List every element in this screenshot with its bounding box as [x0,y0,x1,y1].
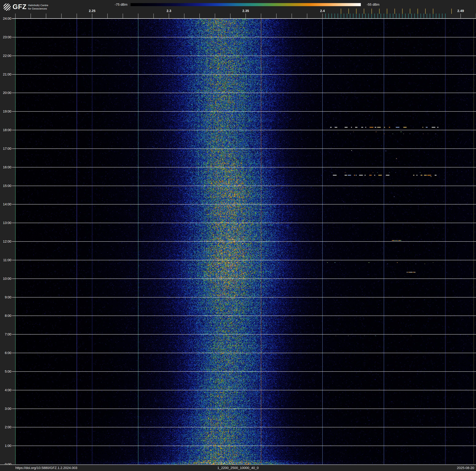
gfz-org-line1: Helmholtz Centre [28,4,48,7]
wifi-channel-tick [356,9,357,14]
time-label: 24:00 [0,17,11,21]
freq-minor-tick [246,14,246,18]
freq-minor-tick [138,14,138,18]
freq-minor-tick [399,14,399,18]
freq-minor-tick [368,14,369,18]
bluetooth-channel-tick [341,14,341,18]
freq-label: 2.3 [160,9,178,13]
wifi-channel-tick [387,9,387,14]
time-label: 4:00 [0,388,11,392]
dataset-name: 1_2200_2500_10000_40_0 [0,465,476,471]
time-label: 14:00 [0,202,11,206]
time-label: 10:00 [0,276,11,281]
wifi-channel-tick [394,9,395,14]
time-label: 19:00 [0,109,11,114]
freq-minor-tick [414,14,415,18]
bluetooth-channel-tick [390,14,390,18]
bluetooth-channel-tick [433,14,433,18]
wifi-channel-tick [341,9,341,14]
freq-minor-tick [107,14,108,18]
bluetooth-channel-tick [362,14,362,18]
time-label: 18:00 [0,128,11,132]
bluetooth-channel-tick [430,14,430,18]
time-label: 11:00 [0,258,11,262]
bluetooth-channel-tick [335,14,335,18]
time-label: 3:00 [0,407,11,411]
bluetooth-channel-tick [396,14,396,18]
wifi-channel-tick [451,9,452,14]
freq-minor-tick [276,14,276,18]
time-label: 13:00 [0,221,11,225]
bluetooth-channel-tick [372,14,372,18]
footer-bar: https://doi.org/10.5880/GFZ.1.2.2024.003… [0,465,476,471]
bluetooth-channel-tick [421,14,421,18]
bluetooth-channel-tick [411,14,412,18]
events-overlay-canvas [15,18,476,464]
bluetooth-channel-tick [325,14,326,18]
freq-minor-tick [184,14,184,18]
time-label: 22:00 [0,54,11,58]
bluetooth-channel-tick [384,14,384,18]
footer-date: 2025-08-20 [457,465,474,471]
wifi-channel-tick [364,9,364,14]
time-label: 12:00 [0,239,11,244]
freq-minor-tick [292,14,292,18]
bluetooth-channel-tick [414,14,415,18]
bluetooth-channel-tick [399,14,399,18]
freq-minor-tick [460,14,461,18]
colorbar-max-label: -55 dBm [367,2,397,7]
freq-minor-tick [338,14,338,18]
gfz-brand: GFZ [13,3,27,11]
bluetooth-channel-tick [442,14,442,18]
bluetooth-channel-tick [427,14,427,18]
freq-minor-tick [261,14,261,18]
time-label: 6:00 [0,351,11,355]
freq-minor-tick [230,14,230,18]
bluetooth-channel-tick [402,14,402,18]
bluetooth-channel-tick [405,14,406,18]
bluetooth-channel-tick [344,14,344,18]
freq-minor-tick [15,14,16,18]
time-label: 21:00 [0,72,11,76]
gfz-globe-icon [3,3,11,11]
freq-label: 2.35 [237,9,255,13]
bluetooth-channel-tick [353,14,353,18]
bluetooth-channel-tick [347,14,347,18]
freq-minor-tick [215,14,215,18]
bluetooth-channel-tick [439,14,439,18]
freq-minor-tick [445,14,445,18]
gfz-logo: GFZ Helmholtz Centre for Geosciences [3,3,48,11]
bluetooth-channel-tick [374,14,375,18]
freq-minor-tick [31,14,31,18]
bluetooth-channel-tick [436,14,436,18]
bluetooth-channel-tick [368,14,369,18]
wifi-channel-tick [418,9,418,14]
wifi-channel-tick [348,9,349,14]
time-label: 2:00 [0,425,11,429]
time-label: 20:00 [0,91,11,95]
freq-minor-tick [430,14,430,18]
bluetooth-channel-tick [393,14,393,18]
freq-minor-tick [92,14,92,18]
freq-minor-tick [46,14,46,18]
wifi-channel-tick [402,9,403,14]
freq-label: 2.4 [313,9,332,13]
time-label: 1:00 [0,444,11,448]
wifi-channel-tick [410,9,410,14]
freq-minor-tick [169,14,169,18]
freq-minor-tick [353,14,353,18]
time-label: 15:00 [0,184,11,188]
freq-minor-tick [123,14,123,18]
spectrogram-viewer: GFZ Helmholtz Centre for Geosciences -75… [0,0,476,471]
bluetooth-channel-tick [387,14,387,18]
gfz-org-name: Helmholtz Centre for Geosciences [28,4,48,10]
freq-minor-tick [61,14,62,18]
bluetooth-channel-tick [445,14,445,18]
colorbar [131,3,361,6]
freq-minor-tick [200,14,200,18]
bluetooth-channel-tick [424,14,424,18]
bluetooth-channel-tick [381,14,381,18]
time-label: 16:00 [0,165,11,169]
bluetooth-channel-tick [350,14,350,18]
gfz-org-line2: for Geosciences [28,7,48,10]
